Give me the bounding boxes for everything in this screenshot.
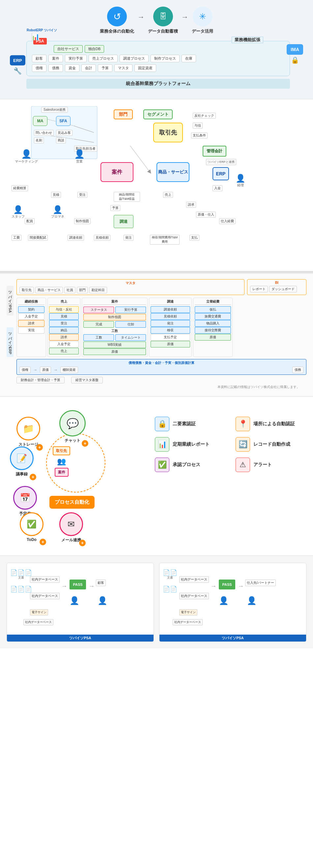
gijiroku-circle: 📝: [10, 446, 34, 470]
erp-row-label: 債権債務・資金・会計・予実・個別原価計算: [20, 361, 304, 365]
row2-item-5: 調達プロセス: [120, 55, 149, 62]
feature-item-6: ⚠ アラート: [236, 458, 306, 472]
shohin-service-node: 商品・サービス: [156, 162, 189, 182]
uriage-5: 請求: [49, 334, 79, 341]
sfa-node: SFA: [56, 116, 70, 126]
keizoku-3: 請求: [18, 320, 44, 327]
ma-node: MA: [33, 116, 48, 126]
uriage-7: 売上: [49, 348, 79, 354]
platform-label: 統合基幹業務プラットフォーム: [26, 79, 290, 89]
arrow-1: →: [137, 13, 145, 22]
flow1-node4: 社内データーベース: [23, 619, 53, 625]
kohi-node: 工費: [11, 235, 22, 241]
yosan-node: 予算: [111, 205, 120, 211]
row3-item-1: 債権: [32, 64, 46, 72]
koken-keirouhi-node: 検収/期間費用/T&M費用: [150, 235, 180, 245]
shiharai-joken-node: 支払条件: [191, 132, 208, 138]
logo-area: RobotERP ツバイソ: [27, 28, 57, 33]
feature-item-3: ✅ 承認プロセス: [155, 458, 226, 472]
feature-text-4: 場所による自動認証: [253, 421, 295, 427]
tsubai-erp-label: ツバイソERPと連携: [206, 159, 236, 165]
shiharai-node: 支払: [189, 235, 199, 241]
platform-row-1: 自社サービス 独自DB: [32, 45, 284, 53]
bi-section: BI レポート ダッシュボード: [247, 279, 306, 295]
flow2-person-2: 👤: [247, 596, 257, 605]
section-psa-diagram: ツバイソPSA ツバイソERP マスタ 取引先 商品・サービス 社員 部門 勘定…: [0, 273, 313, 396]
flow-item-data: 🗄 データ自動蓄積: [148, 7, 178, 34]
main-columns: 継続役務 契約 入金予定 請求 実現 売上 与信・反社 見積 受注 納品 請求 …: [17, 298, 306, 357]
flow2-brand: ツバイソPSA: [159, 634, 306, 642]
erp-item-4: 債務: [292, 367, 304, 373]
chat-label: チャット: [65, 438, 81, 443]
anken-item-1: ステータス: [83, 307, 114, 313]
flow1-person-2: 👤: [97, 596, 107, 605]
anken-kosu: 工数 タイムシート: [83, 334, 146, 341]
keizoku-4: 実現: [18, 327, 44, 334]
anken-item-6: 工数: [83, 334, 114, 341]
todo-icon: ✅ ToDo +: [20, 512, 43, 542]
finance-row: 財務会計・管理会計・予算 経営マスタ基盤: [17, 377, 306, 383]
bumon-node: 部門: [114, 110, 133, 119]
master-section: マスタ 取引先 商品・サービス 社員 部門 勘定科目: [17, 279, 245, 295]
flow2-arrow-2: →: [238, 583, 244, 590]
row2-item-4: 売上プロセス: [89, 55, 118, 62]
keizoku-1: 契約: [18, 306, 44, 313]
bi-items: レポート ダッシュボード: [250, 286, 304, 292]
flow2-partner: 仕入先/パートナー: [245, 580, 276, 586]
row1-item-1: 自社サービス: [54, 45, 83, 53]
anken-item-9: 原価: [83, 348, 146, 355]
center-area: 取引先 👥 案件: [53, 446, 70, 477]
erp-item-1: 債権: [20, 367, 31, 373]
finance-item-1: 財務会計・管理会計・予算: [17, 377, 65, 383]
flow1-person: 👤: [69, 596, 80, 605]
master-item-4: 部門: [77, 287, 88, 293]
todo-label: ToDo: [27, 537, 37, 542]
staff-person: 👤 スタッフ: [11, 205, 25, 219]
platform-row-2: 顧客 案件 実行予算 売上プロセス 調達プロセス 制作プロセス 在庫: [32, 55, 284, 62]
row3-item-2: 債務: [49, 64, 63, 72]
row2-item-3: 実行予算: [65, 55, 87, 62]
juchu-node: 受注: [77, 192, 87, 198]
anken-title: 案件: [83, 299, 146, 305]
feature-text-2: 定期業績レポート: [173, 441, 210, 447]
feature-text-3: 承認プロセス: [173, 462, 200, 468]
tachiba-4: 接待交際費: [195, 327, 231, 334]
platform-row-3: 債権 債務 資金 会計 予算 マスタ 固定資産: [32, 64, 284, 72]
toiawase-node: 問い合わせ: [34, 130, 54, 136]
anken-badge: 案件: [55, 468, 68, 477]
master-bi-row: マスタ 取引先 商品・サービス 社員 部門 勘定科目 BI レポート ダッシュボ…: [17, 279, 306, 295]
seikyu-node: 請求: [186, 202, 196, 208]
automation-label: 業務全体の自動化: [100, 28, 134, 34]
chat-circle: 💬: [59, 410, 86, 436]
feature-icon-5: 🔄: [236, 437, 250, 452]
row3-item-6: マスタ: [114, 64, 132, 72]
platform-box: 業務機能拡張 PSA 📊 RobotERP ツバイソ 自社サービス 独自DB 顧…: [26, 41, 290, 76]
doc-stack-3: 📄📄 文書: [163, 570, 177, 580]
erp-side-label: ツバイソERP: [7, 328, 13, 357]
uriage-title: 売上: [49, 299, 79, 305]
eigyo-person: 👤 営業: [74, 149, 85, 164]
choutatu-4: 検収: [151, 327, 190, 334]
chat-icon: 💬 チャット +: [59, 410, 86, 443]
anken-top: ステータス 実行予算: [83, 306, 146, 313]
yobi-node: 与信: [193, 123, 202, 129]
genka-shiire-node: 原価・仕入: [196, 212, 216, 218]
flow1-brand: ツバイソPSA: [7, 634, 154, 642]
usage-label: データ活用: [192, 28, 213, 34]
chat-plus: +: [82, 440, 88, 447]
mail-label: メール連携: [61, 537, 81, 543]
arrow-2: →: [181, 13, 188, 22]
choutatu-3: 発注: [151, 320, 190, 327]
people-icons: 👥: [57, 457, 66, 466]
flow2-arrow-1: →: [211, 583, 216, 590]
feature-item-1: 🔒 二要素認証: [155, 417, 226, 431]
feature-list: 🔒 二要素認証 📍 場所による自動認証 📊 定期業績レポート 🔄 レコード自動作…: [155, 407, 306, 472]
erp-row: 債権債務・資金・会計・予実・個別原価計算 債権 → 原価 → 棚卸資産 債務: [17, 359, 306, 375]
feature-text-1: 二要素認証: [173, 421, 196, 427]
haschu-node: 発注: [124, 235, 133, 241]
keirouhi-node: 経費精算: [11, 185, 28, 191]
puromaneja-person: 👤 プロマネ: [51, 205, 64, 219]
uriage-1: 与信・反社: [49, 306, 79, 313]
flow2-pass: PASS: [219, 580, 235, 589]
master-items: 取引先 商品・サービス 社員 部門 勘定科目: [20, 287, 242, 293]
